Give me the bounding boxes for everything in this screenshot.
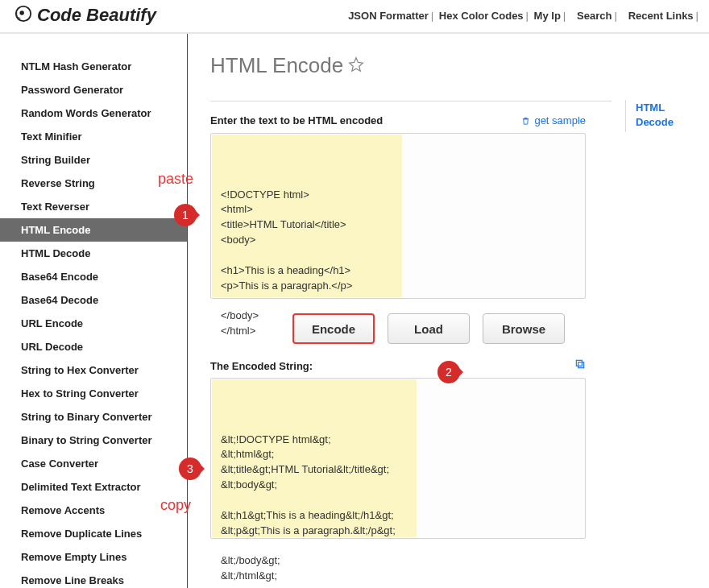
sidebar-item-text-minifier[interactable]: Text Minifier	[0, 125, 187, 148]
sidebar-item-delimited-text-extractor[interactable]: Delimited Text Extractor	[0, 475, 187, 499]
callout-3-num: 3	[179, 458, 201, 480]
callout-3: 3	[179, 458, 201, 480]
svg-rect-3	[576, 360, 582, 366]
header: Code Beautify JSON Formatter| Hex Color …	[0, 0, 709, 34]
callout-1: 1	[174, 204, 197, 226]
content: HTML Encode Enter the text to be HTML en…	[188, 34, 709, 588]
input-text: <!DOCTYPE html> <html> <title>HTML Tutor…	[221, 188, 575, 339]
right-pane: HTML Decode	[625, 100, 703, 132]
header-links: JSON Formatter| Hex Color Codes| My Ip| …	[348, 10, 701, 22]
header-link-search[interactable]: Search	[577, 10, 612, 22]
sidebar-item-string-to-hex-converter[interactable]: String to Hex Converter	[0, 358, 187, 382]
sidebar-item-hex-to-string-converter[interactable]: Hex to String Converter	[0, 382, 187, 405]
sidebar-item-binary-to-string-converter[interactable]: Binary to String Converter	[0, 429, 187, 452]
get-sample-text: get sample	[534, 114, 586, 126]
sidebar-item-remove-line-breaks[interactable]: Remove Line Breaks	[0, 569, 187, 588]
input-section-header: Enter the text to be HTML encoded get sa…	[210, 114, 586, 126]
get-sample-link[interactable]: get sample	[521, 114, 586, 126]
header-link-hex[interactable]: Hex Color Codes	[439, 10, 524, 22]
header-link-json[interactable]: JSON Formatter	[348, 10, 429, 22]
sidebar-item-html-decode[interactable]: HTML Decode	[0, 242, 187, 265]
star-icon[interactable]	[348, 53, 364, 78]
hr	[210, 101, 612, 101]
input-textarea[interactable]: <!DOCTYPE html> <html> <title>HTML Tutor…	[210, 133, 586, 299]
sidebar-item-base64-decode[interactable]: Base64 Decode	[0, 288, 187, 312]
sidebar-item-url-encode[interactable]: URL Encode	[0, 312, 187, 335]
sidebar-item-html-encode[interactable]: HTML Encode	[0, 218, 187, 242]
output-textarea[interactable]: &lt;!DOCTYPE html&gt; &lt;html&gt; &lt;t…	[210, 378, 586, 539]
callout-2-num: 2	[437, 361, 460, 383]
trash-icon	[521, 116, 530, 126]
annotation-paste: paste	[158, 171, 193, 188]
page-title: HTML Encode	[210, 53, 709, 78]
main: NTLM Hash GeneratorPassword GeneratorRan…	[0, 34, 709, 588]
sidebar-item-base64-encode[interactable]: Base64 Encode	[0, 265, 187, 288]
sidebar-item-string-to-binary-converter[interactable]: String to Binary Converter	[0, 405, 187, 429]
sidebar: NTLM Hash GeneratorPassword GeneratorRan…	[0, 34, 187, 588]
sidebar-item-remove-duplicate-lines[interactable]: Remove Duplicate Lines	[0, 522, 187, 545]
brand[interactable]: Code Beautify	[15, 5, 156, 26]
svg-rect-2	[578, 362, 584, 368]
output-text: &lt;!DOCTYPE html&gt; &lt;html&gt; &lt;t…	[221, 433, 575, 584]
annotation-copy: copy	[160, 497, 191, 514]
sidebar-item-string-builder[interactable]: String Builder	[0, 148, 187, 172]
html-decode-link[interactable]: HTML Decode	[636, 101, 674, 128]
header-link-recent[interactable]: Recent Links	[628, 10, 694, 22]
callout-1-num: 1	[174, 204, 197, 226]
input-label: Enter the text to be HTML encoded	[210, 114, 383, 126]
sidebar-item-ntlm-hash-generator[interactable]: NTLM Hash Generator	[0, 55, 187, 78]
sidebar-item-case-converter[interactable]: Case Converter	[0, 452, 187, 475]
callout-2: 2	[437, 361, 460, 383]
sidebar-item-remove-empty-lines[interactable]: Remove Empty Lines	[0, 545, 187, 569]
sidebar-item-password-generator[interactable]: Password Generator	[0, 78, 187, 101]
sidebar-item-random-words-generator[interactable]: Random Words Generator	[0, 101, 187, 125]
header-link-myip[interactable]: My Ip	[534, 10, 561, 22]
copy-icon[interactable]	[574, 358, 586, 373]
brand-name: Code Beautify	[37, 5, 156, 26]
sidebar-item-remove-accents[interactable]: Remove Accents	[0, 499, 187, 522]
sidebar-item-url-decode[interactable]: URL Decode	[0, 335, 187, 358]
brand-icon	[15, 5, 32, 26]
page-title-text: HTML Encode	[210, 53, 343, 78]
sidebar-item-text-reverser[interactable]: Text Reverser	[0, 195, 187, 218]
svg-point-1	[19, 10, 24, 14]
